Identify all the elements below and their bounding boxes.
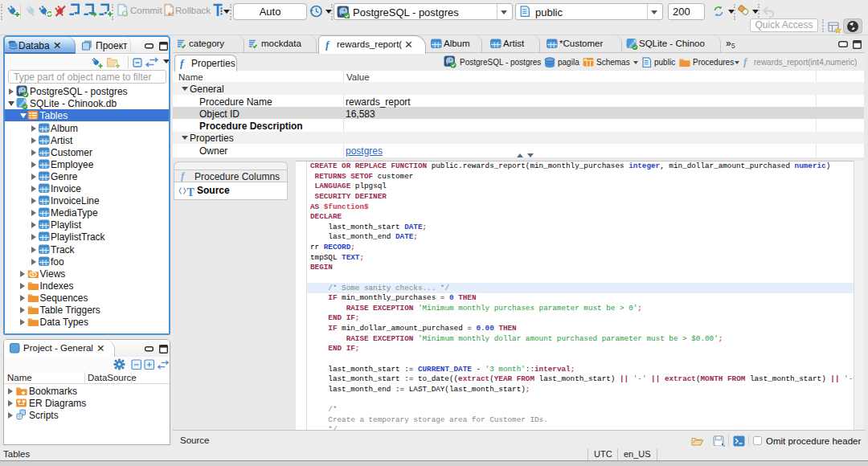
svg-text:T: T [187, 186, 195, 198]
